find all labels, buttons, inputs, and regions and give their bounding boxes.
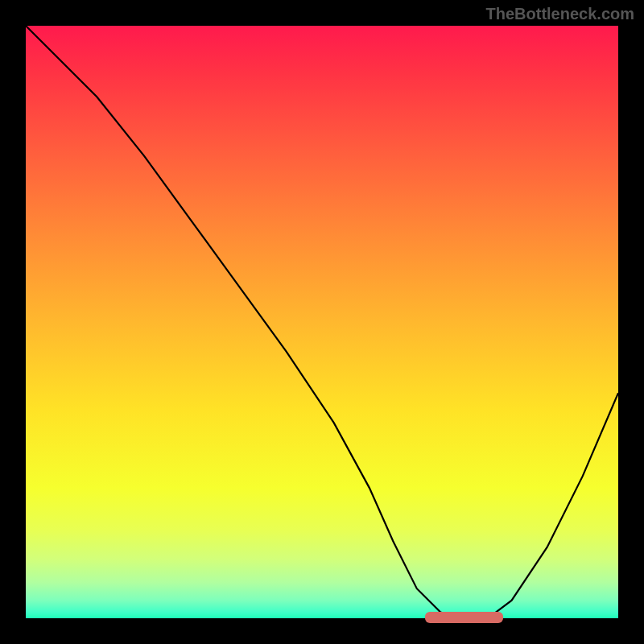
chart-plot-area [26,26,618,618]
optimal-range-marker [425,612,502,623]
watermark-text: TheBottleneck.com [486,5,634,23]
bottleneck-curve [26,26,618,618]
